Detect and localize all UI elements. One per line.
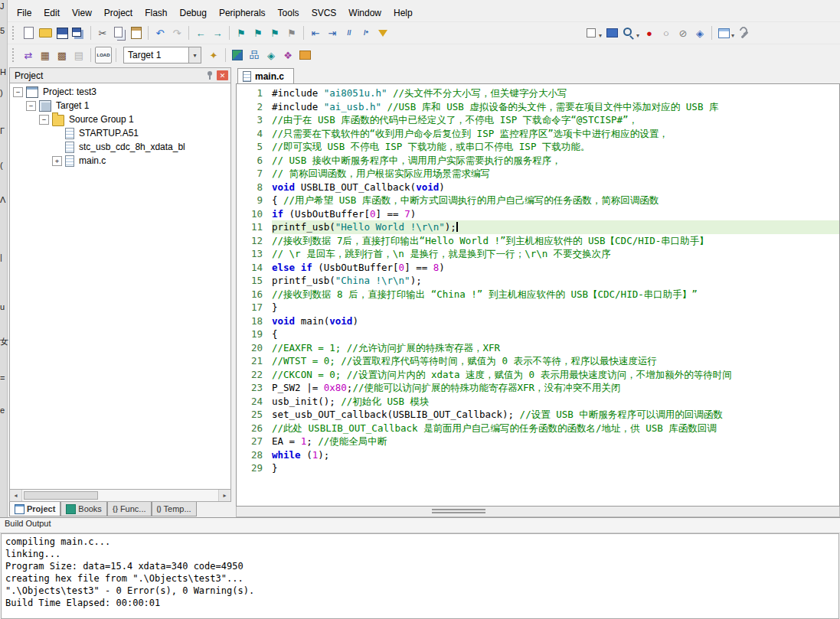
cut-icon[interactable]: ✂ [95, 25, 110, 41]
code-line-13[interactable]: 13// \r 是回车，跳到行首，\n 是换行，就是换到下一行；\r\n 不要交… [237, 247, 839, 261]
code-line-12[interactable]: 12//接收到数据 7后，直接打印输出“Hello World !”到主机相应软… [237, 234, 839, 248]
code-line-28[interactable]: 28while (1); [237, 448, 839, 462]
file-extensions-icon[interactable]: ◈ [263, 47, 279, 63]
ptab-books[interactable]: Books [60, 502, 107, 516]
code-line-25[interactable]: 25set_usb_OUT_callback(USBLIB_OUT_Callba… [237, 408, 839, 422]
unindent-icon[interactable]: ⇤ [308, 25, 323, 41]
toolbar-grip[interactable] [12, 48, 16, 62]
expand-icon[interactable]: + [52, 156, 62, 166]
code-line-1[interactable]: 1#include "ai8051u.h" //头文件不分大小写，但关键字分大小… [237, 86, 839, 100]
code-line-8[interactable]: 8void USBLIB_OUT_Callback(void) [237, 181, 839, 194]
checkbox-icon[interactable] [583, 25, 599, 41]
redo-icon[interactable]: ↷ [169, 25, 185, 41]
navigate-forward-icon[interactable]: → [210, 25, 225, 41]
spread-icon[interactable]: ❖ [280, 47, 296, 63]
window-layout-icon[interactable] [716, 25, 731, 41]
code-editor[interactable]: 1#include "ai8051u.h" //头文件不分大小写，但关键字分大小… [236, 83, 840, 507]
code-line-17[interactable]: 17} [237, 301, 839, 314]
magnifier-icon[interactable] [621, 25, 636, 41]
code-line-22[interactable]: 22//CKCON = 0; //设置访问片内的 xdata 速度，赋值为 0 … [237, 368, 839, 382]
rebuild-icon[interactable]: ▩ [54, 47, 70, 63]
code-line-18[interactable]: 18void main(void) [237, 314, 839, 328]
ptab-temp[interactable]: ()Temp... [152, 502, 197, 516]
uncomment-icon[interactable]: /* [358, 25, 374, 41]
menu-svcs[interactable]: SVCS [306, 5, 343, 21]
undo-icon[interactable]: ↶ [152, 25, 168, 41]
options-for-target-icon[interactable]: ✦ [206, 47, 221, 63]
tree-item-project-test3[interactable]: −Project: test3 [10, 85, 230, 99]
compass-icon[interactable]: ◈ [692, 25, 708, 41]
copy-icon[interactable] [112, 25, 127, 41]
scroll-right-icon[interactable]: ▸ [218, 490, 230, 501]
code-line-4[interactable]: 4//只需要在下载软件的“收到用户命令后复位到 ISP 监控程序区”选项卡中进行… [237, 127, 839, 141]
chevron-down-icon[interactable]: ▾ [731, 32, 734, 39]
code-line-10[interactable]: 10if (UsbOutBuffer[0] == 7) [237, 207, 839, 221]
code-line-23[interactable]: 23P_SW2 |= 0x80;//使能可以访问扩展的特殊功能寄存器XFR，没有… [237, 381, 839, 395]
chevron-down-icon[interactable]: ▾ [599, 32, 602, 39]
breakpoints-kill-icon[interactable]: ⊘ [675, 25, 691, 41]
translate-icon[interactable]: ⇄ [21, 47, 36, 63]
collapse-icon[interactable]: − [13, 87, 23, 97]
download-icon[interactable]: LOAD [95, 47, 112, 64]
menu-flash[interactable]: Flash [139, 5, 173, 21]
bookmark-toggle-icon[interactable]: ⚑ [234, 25, 249, 41]
bookmark-prev-icon[interactable]: ⚑ [250, 25, 266, 41]
scroll-left-icon[interactable]: ◂ [10, 490, 22, 501]
menu-project[interactable]: Project [98, 5, 139, 21]
save-all-icon[interactable] [71, 25, 87, 41]
code-line-24[interactable]: 24usb_init(); //初始化 USB 模块 [237, 395, 839, 409]
menu-edit[interactable]: Edit [38, 5, 66, 21]
paste-icon[interactable] [129, 25, 144, 41]
menu-debug[interactable]: Debug [174, 5, 213, 21]
manage-items-icon[interactable]: 品 [247, 47, 262, 63]
code-line-15[interactable]: 15printf_usb("China !\r\n"); [237, 274, 839, 288]
project-horizontal-scrollbar[interactable]: ◂ ▸ [9, 490, 231, 502]
code-line-7[interactable]: 7// 简称回调函数，用户根据实际应用场景需求编写 [237, 167, 839, 181]
indent-icon[interactable]: ⇥ [325, 25, 340, 41]
tab-main-c[interactable]: main.c [237, 68, 294, 83]
scrollbar-track[interactable] [22, 490, 218, 501]
editor-horizontal-scrollbar[interactable] [236, 507, 840, 517]
code-line-14[interactable]: 14else if (UsbOutBuffer[0] == 8) [237, 261, 839, 275]
code-line-5[interactable]: 5//即可实现 USB 不停电 ISP 下载功能，或串口不停电 ISP 下载功能… [237, 140, 839, 154]
tree-item-source-group-1[interactable]: −Source Group 1 [10, 112, 230, 126]
code-line-16[interactable]: 16//接收到数据 8 后，直接打印输出 “China !” 到主机相应软件的 … [237, 288, 839, 301]
scrollbar-thumb[interactable] [24, 491, 98, 500]
code-line-21[interactable]: 21//WTST = 0; //设置取程序代码等待时间，赋值为 0 表示不等待，… [237, 354, 839, 368]
build-output-log[interactable]: compiling main.c...linking...Program Siz… [1, 533, 839, 619]
close-icon[interactable]: ✕ [217, 70, 228, 80]
comment-icon[interactable]: // [342, 25, 357, 41]
chevron-down-icon[interactable]: ▾ [188, 47, 201, 63]
book-pencil-icon[interactable] [604, 25, 619, 41]
code-line-2[interactable]: 2#include "ai_usb.h" //USB 库和 USB 虚拟设备的头… [237, 100, 839, 114]
open-folder-icon[interactable] [38, 25, 53, 41]
code-line-6[interactable]: 6// USB 接收中断服务程序中，调用用户实际需要执行的服务程序， [237, 154, 839, 168]
code-line-19[interactable]: 19{ [237, 327, 839, 341]
breakpoint-disabled-icon[interactable]: ○ [659, 25, 674, 41]
code-line-29[interactable]: 29} [237, 461, 839, 475]
collapse-icon[interactable]: − [26, 101, 36, 111]
splitter-grip[interactable] [432, 509, 485, 510]
save-icon[interactable] [54, 25, 70, 41]
tree-item-target-1[interactable]: −Target 1 [10, 99, 230, 112]
books-icon[interactable] [297, 47, 312, 63]
manage-rte-icon[interactable] [230, 47, 245, 63]
pin-icon[interactable] [205, 70, 214, 80]
code-line-3[interactable]: 3//由于在 USB 库函数的代码中已经定义了，不停电 ISP 下载命令字“@S… [237, 113, 839, 127]
code-line-26[interactable]: 26//此处 USBLIB_OUT_Callback 是前面用户自己编写的任务函… [237, 422, 839, 435]
tree-item-stc-usb-cdc-8h-xdata-bl[interactable]: stc_usb_cdc_8h_xdata_bl [10, 140, 230, 154]
toolbar-grip[interactable] [12, 26, 16, 40]
code-line-11[interactable]: 11printf_usb("Hello World !\r\n"); [237, 220, 839, 234]
menu-tools[interactable]: Tools [272, 5, 306, 21]
new-file-icon[interactable] [21, 25, 36, 41]
menu-peripherals[interactable]: Peripherals [213, 5, 272, 21]
collapse-icon[interactable]: − [39, 115, 49, 125]
ptab-project[interactable]: Project [9, 502, 60, 516]
menu-view[interactable]: View [66, 5, 98, 21]
find-in-files-icon[interactable] [375, 25, 391, 41]
bookmark-next-icon[interactable]: ⚑ [267, 25, 283, 41]
code-line-20[interactable]: 20//EAXFR = 1; //允许访问扩展的特殊寄存器，XFR [237, 341, 839, 355]
menu-window[interactable]: Window [342, 5, 387, 21]
navigate-back-icon[interactable]: ← [193, 25, 208, 41]
code-line-9[interactable]: 9{ //用户希望 USB 库函数，中断方式回调执行的用户自己编写的任务函数，简… [237, 194, 839, 207]
